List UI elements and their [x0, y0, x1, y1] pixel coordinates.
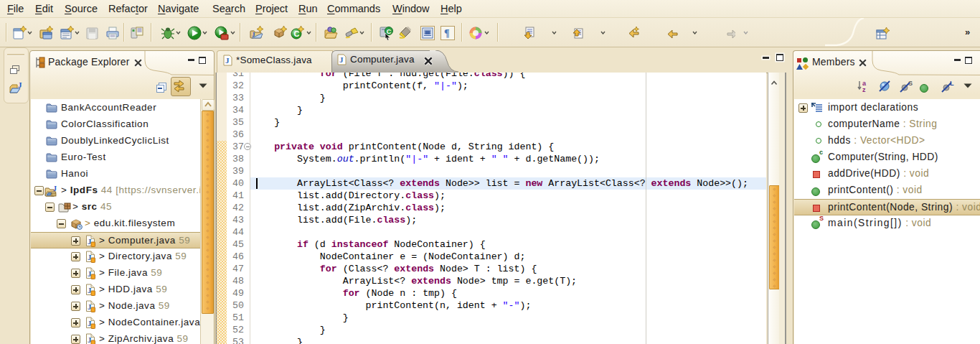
svg-text:J: J [225, 56, 230, 65]
svg-text:J: J [53, 185, 57, 192]
svg-text:¶: ¶ [444, 28, 450, 39]
svg-text:C: C [294, 29, 300, 38]
svg-text:z: z [862, 86, 866, 93]
svg-text:C: C [387, 28, 392, 35]
svg-text:J: J [339, 55, 344, 64]
svg-text:J: J [18, 81, 22, 89]
svg-text:J: J [252, 31, 255, 38]
